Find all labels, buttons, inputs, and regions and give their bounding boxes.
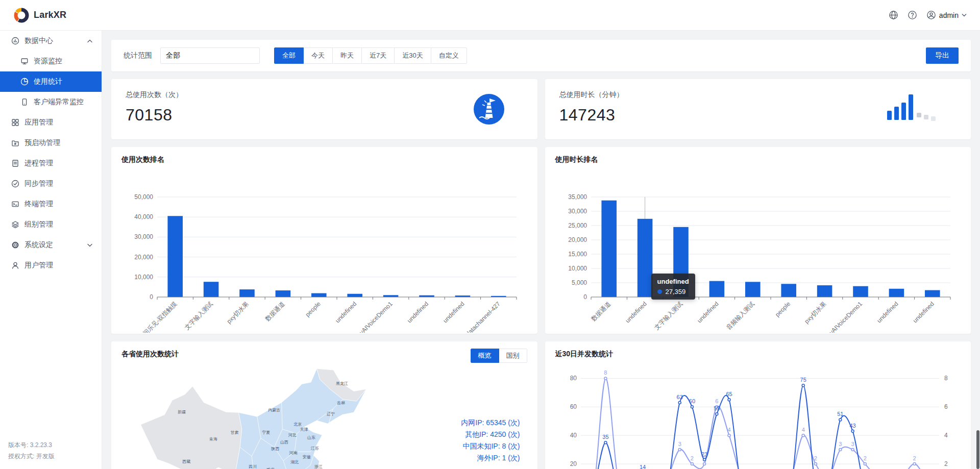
svg-text:数据通道: 数据通道	[264, 300, 286, 323]
layers-icon	[11, 220, 19, 229]
bar[interactable]	[637, 219, 652, 297]
sidebar-item-user-management[interactable]: 用户管理	[0, 255, 102, 276]
sidebar-item-prelaunch-management[interactable]: 预启动管理	[0, 133, 102, 153]
sidebar-nav: 数据中心 资源监控 使用统计 客户端	[0, 31, 102, 276]
bar[interactable]	[601, 201, 617, 297]
sidebar-item-terminal-management[interactable]: 终端管理	[0, 194, 102, 214]
sidebar-item-sync-management[interactable]: 同步管理	[0, 174, 102, 194]
svg-text:65: 65	[726, 391, 732, 397]
svg-text:世间乐见-双指触摸: 世间乐见-双指触摸	[137, 300, 179, 333]
sidebar-item-process-management[interactable]: 进程管理	[0, 153, 102, 174]
province-label: 江苏	[310, 446, 319, 451]
svg-text:23: 23	[701, 451, 707, 457]
usage-duration-bar-chart[interactable]: 05,00010,00015,00020,00025,00030,00035,0…	[555, 164, 963, 333]
sidebar-item-data-center[interactable]: 数据中心	[0, 31, 102, 51]
bar[interactable]	[204, 282, 219, 297]
sidebar-item-label: 用户管理	[24, 261, 53, 270]
concurrency-30d-card: 近30日并发数统计 002024046068081081010132264101…	[545, 341, 971, 469]
svg-text:63: 63	[676, 394, 682, 400]
svg-text:20: 20	[570, 460, 577, 467]
bar[interactable]	[276, 290, 291, 297]
export-button[interactable]: 导出	[926, 47, 959, 64]
sidebar-item-usage-stats[interactable]: 使用统计	[0, 71, 102, 92]
bar[interactable]	[925, 290, 940, 297]
svg-text:文字输入测试: 文字输入测试	[653, 300, 684, 331]
range-all-button[interactable]: 全部	[274, 47, 304, 64]
bar-chart-icon	[886, 92, 939, 122]
svg-text:undefined: undefined	[334, 300, 358, 324]
bar[interactable]	[781, 284, 796, 297]
bar[interactable]	[311, 293, 327, 297]
svg-text:30,000: 30,000	[134, 233, 153, 240]
help-icon[interactable]	[908, 10, 917, 20]
sidebar-item-label: 应用管理	[24, 118, 53, 127]
west-region	[141, 386, 242, 469]
data-center-icon	[11, 37, 19, 45]
bar[interactable]	[239, 289, 255, 297]
filter-label: 统计范围	[124, 51, 152, 60]
svg-text:pxy切水果: pxy切水果	[803, 300, 828, 325]
sidebar-item-group-management[interactable]: 组别管理	[0, 214, 102, 235]
bar[interactable]	[709, 281, 724, 297]
chart-title: 近30日并发数统计	[555, 350, 961, 359]
license-text: 授权方式: 开发版	[8, 451, 55, 462]
province-label: 四川	[249, 464, 257, 469]
svg-text:2: 2	[913, 455, 916, 461]
svg-text:20,000: 20,000	[568, 236, 587, 243]
sidebar-item-app-management[interactable]: 应用管理	[0, 112, 102, 133]
range-custom-button[interactable]: 自定义	[431, 47, 467, 64]
line-series	[581, 385, 939, 469]
gear-icon	[11, 241, 19, 249]
larkxr-logo-icon	[13, 7, 30, 23]
sidebar-item-label: 组别管理	[24, 220, 53, 229]
language-globe-icon[interactable]	[889, 10, 898, 20]
chevron-down-icon	[87, 243, 92, 247]
map-overview-button[interactable]: 概览	[471, 349, 499, 363]
range-today-button[interactable]: 今天	[303, 47, 333, 64]
range-30days-button[interactable]: 近30天	[394, 47, 431, 64]
province-label: 吉林	[337, 401, 345, 405]
svg-text:0: 0	[583, 293, 587, 301]
stat-value: 70158	[126, 106, 523, 125]
ip-stat-row: 内网IP: 65345 (次)	[461, 417, 520, 429]
bar[interactable]	[889, 289, 904, 297]
user-menu[interactable]: admin	[926, 10, 967, 20]
sidebar-item-label: 客户端异常监控	[34, 97, 84, 107]
province-label: 湖北	[290, 460, 299, 464]
bar[interactable]	[167, 216, 183, 297]
main-content: 统计范围 全部 今天 昨天 近7天 近30天 自定义 导出 总使用次数（次） 7…	[102, 31, 980, 469]
concurrency-line-chart[interactable]: 0020240460680810810101322641010142133210…	[555, 362, 963, 469]
map-country-button[interactable]: 国别	[499, 349, 527, 363]
bar[interactable]	[853, 286, 868, 297]
bar[interactable]	[673, 227, 689, 297]
province-label: 北京	[293, 422, 302, 427]
svg-text:35: 35	[602, 434, 608, 440]
scope-select[interactable]	[160, 47, 260, 64]
terminal-icon	[11, 200, 19, 208]
svg-text:3: 3	[839, 441, 842, 447]
sidebar-item-label: 终端管理	[24, 200, 53, 209]
brand-name: LarkXR	[34, 10, 66, 20]
usage-count-bar-chart[interactable]: 010,00020,00030,00040,00050,000世间乐见-双指触摸…	[121, 164, 529, 333]
bar[interactable]	[383, 295, 399, 297]
svg-text:音频输入测试: 音频输入测试	[725, 300, 756, 331]
svg-text:43: 43	[849, 423, 855, 429]
province-label: 安徽	[303, 455, 311, 459]
line-series	[581, 378, 939, 469]
bar[interactable]	[817, 285, 832, 297]
sidebar-item-label: 资源监控	[34, 57, 62, 66]
sidebar: 数据中心 资源监控 使用统计 客户端	[0, 31, 102, 469]
top-bar: LarkXR admin	[0, 0, 980, 31]
sidebar-item-client-exception-monitor[interactable]: 客户端异常监控	[0, 92, 102, 112]
range-7days-button[interactable]: 近7天	[361, 47, 395, 64]
bar[interactable]	[745, 282, 761, 297]
svg-text:8: 8	[944, 375, 948, 382]
svg-text:3: 3	[851, 441, 854, 447]
svg-text:4: 4	[727, 427, 730, 433]
scrollbar-thumb[interactable]	[976, 430, 979, 469]
range-yesterday-button[interactable]: 昨天	[332, 47, 362, 64]
bar[interactable]	[347, 294, 362, 297]
sidebar-item-resource-monitor[interactable]: 资源监控	[0, 51, 102, 71]
sidebar-item-system-settings[interactable]: 系统设定	[0, 235, 102, 255]
svg-text:50,000: 50,000	[134, 193, 153, 201]
